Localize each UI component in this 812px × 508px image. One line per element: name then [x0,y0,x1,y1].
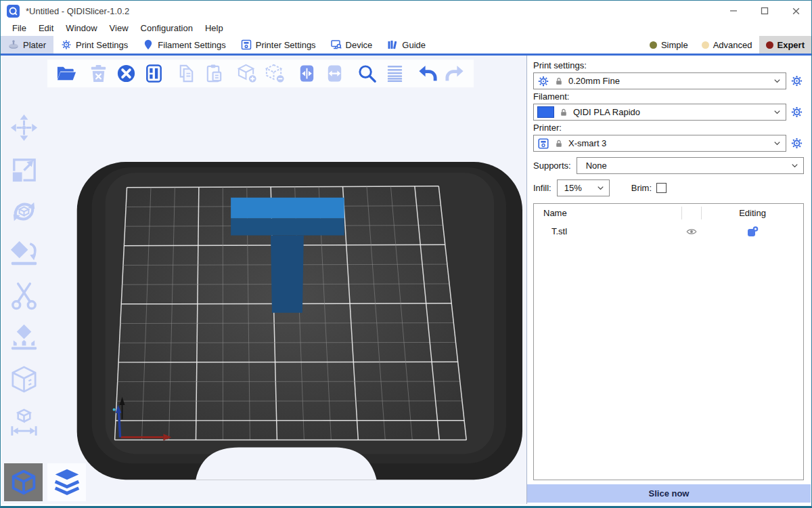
slice-now-button[interactable]: Slice now [527,484,811,503]
cut-tool-button[interactable] [5,279,42,312]
mode-advanced-label: Advanced [713,40,752,50]
tab-print-settings-label: Print Settings [76,40,128,50]
rotate-tool-button[interactable] [5,195,42,228]
menu-edit[interactable]: Edit [32,21,60,36]
supports-label: Supports: [533,161,571,171]
variable-layer-height-button[interactable] [384,62,406,85]
menu-help[interactable]: Help [199,21,229,36]
move-tool-button[interactable] [5,111,42,144]
infill-value: 15% [564,183,582,193]
tab-guide[interactable]: Guide [380,36,433,54]
menu-view[interactable]: View [104,21,135,36]
seam-icon [8,364,40,396]
lock-icon [554,77,564,86]
arrange-button[interactable] [143,62,165,85]
tab-plater[interactable]: Plater [1,36,53,54]
edit-printer-button[interactable] [789,135,804,152]
editing-state[interactable] [702,226,803,238]
undo-icon [417,63,438,84]
printer-combo[interactable]: X-smart 3 [533,135,786,152]
visibility-toggle[interactable] [681,226,702,238]
3d-viewport[interactable] [1,56,526,504]
tab-filament-settings[interactable]: Filament Settings [135,36,233,54]
supports-value: None [586,161,607,171]
column-header-name: Name [534,208,681,218]
undo-button[interactable] [416,62,438,85]
paint-on-supports-tool-button[interactable] [5,321,42,354]
add-instance-button[interactable] [235,62,258,85]
mode-expert[interactable]: Expert [759,36,811,54]
layer-height-icon [384,63,405,84]
scale-icon [8,154,40,186]
tab-print-settings[interactable]: Print Settings [53,36,135,54]
minimize-icon [729,7,738,15]
mode-advanced[interactable]: Advanced [695,36,759,54]
split-to-parts-button[interactable] [323,62,346,85]
place-on-face-icon [8,238,40,270]
remove-instance-button[interactable] [263,62,286,85]
layers-stack-icon [51,467,83,498]
object-list-row[interactable]: T.stl [534,221,803,241]
minimize-button[interactable] [718,1,749,21]
supports-icon [8,322,40,354]
tab-device[interactable]: Device [323,36,380,54]
menu-window[interactable]: Window [60,21,103,36]
scale-tool-button[interactable] [5,153,42,186]
menu-configuration[interactable]: Configuration [135,21,199,36]
seam-painting-tool-button[interactable] [5,363,42,396]
search-button[interactable] [356,62,378,85]
3d-editor-view-button[interactable] [4,463,43,501]
delete-all-icon [116,63,137,84]
open-button[interactable] [55,62,77,85]
infill-combo[interactable]: 15% [557,179,610,196]
chevron-down-icon [595,183,606,193]
lock-icon [559,108,568,117]
tab-filament-settings-label: Filament Settings [158,40,225,50]
guide-books-icon [387,39,398,50]
measure-icon [8,406,40,438]
redo-button[interactable] [444,62,466,85]
simple-dot-icon [650,41,657,49]
printer-icon [241,39,252,50]
filament-value: QIDI PLA Rapido [573,107,640,117]
3d-viewport-canvas[interactable] [1,56,526,504]
close-icon [792,7,800,16]
measure-tool-button[interactable] [5,405,42,438]
preview-layers-view-button[interactable] [47,463,86,501]
column-header-editing: Editing [702,208,803,218]
delete-button[interactable] [87,62,110,85]
object-list-header: Name Editing [534,204,803,221]
gear-icon [790,75,803,87]
filament-combo[interactable]: QIDI PLA Rapido [533,104,786,121]
mode-simple[interactable]: Simple [643,36,695,54]
cube-3d-icon [8,467,39,498]
close-button[interactable] [780,1,811,21]
delete-all-button[interactable] [115,62,137,85]
tab-printer-settings[interactable]: Printer Settings [233,36,323,54]
split-to-objects-button[interactable] [296,62,318,85]
edit-filament-button[interactable] [789,104,804,121]
advanced-dot-icon [702,41,709,49]
copy-button[interactable] [175,62,198,85]
filament-icon [143,39,154,50]
menu-file[interactable]: File [6,21,32,36]
filament-color-swatch [537,106,554,118]
tab-bar: Plater Print Settings Filament Settings … [1,36,811,56]
print-settings-combo[interactable]: 0.20mm Fine [533,72,786,89]
tab-device-label: Device [346,40,373,50]
brim-label: Brim: [631,183,652,193]
infill-label: Infill: [533,183,551,193]
brim-checkbox[interactable] [656,183,667,193]
arrange-icon [143,63,164,84]
paste-button[interactable] [203,62,225,85]
plater-icon [8,39,19,50]
place-on-face-tool-button[interactable] [5,237,42,270]
gear-icon [537,75,549,87]
title-bar[interactable]: *Untitled - QIDISlicer-1.0.2 [1,1,811,21]
maximize-button[interactable] [749,1,780,21]
gear-icon [61,39,72,50]
supports-combo[interactable]: None [577,157,804,174]
cut-scissors-icon [8,280,40,312]
chevron-down-icon [772,107,782,117]
edit-print-settings-button[interactable] [789,72,804,89]
